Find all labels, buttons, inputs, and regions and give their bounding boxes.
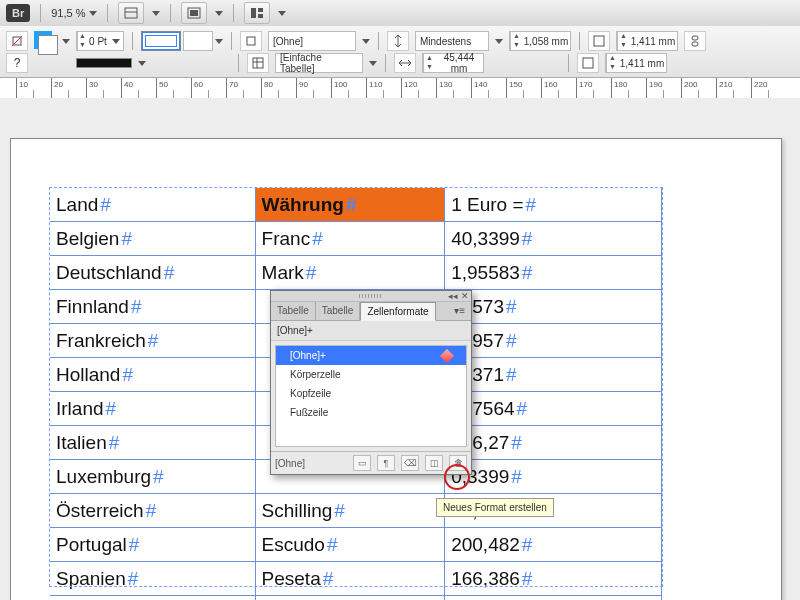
- zoom-dropdown[interactable]: 91,5 %: [51, 7, 97, 19]
- footer-label: [Ohne]: [275, 458, 347, 469]
- format-list[interactable]: [Ohne]+KörperzelleKopfzeileFußzeile: [275, 345, 467, 447]
- table-cell[interactable]: Escudo#: [256, 528, 446, 561]
- chevron-down-icon: [215, 39, 223, 44]
- table-cell[interactable]: 1 Euro =#: [445, 188, 662, 221]
- table-cell[interactable]: Land#: [50, 188, 256, 221]
- selection-icon[interactable]: [6, 31, 28, 51]
- row-height-mode[interactable]: Mindestens: [415, 31, 489, 51]
- ruler-tick: 180: [611, 78, 612, 98]
- table-cell[interactable]: 166,386#: [445, 562, 662, 595]
- table-cell[interactable]: 94573#: [445, 290, 662, 323]
- ruler-tick: 80: [261, 78, 262, 98]
- table-cell[interactable]: 200,482#: [445, 528, 662, 561]
- table-row: ###: [50, 596, 662, 600]
- ruler-tick: 90: [296, 78, 297, 98]
- cell-style-dropdown[interactable]: [Ohne]: [268, 31, 356, 51]
- svg-rect-11: [594, 36, 604, 46]
- new-group-icon[interactable]: ▭: [353, 455, 371, 471]
- table-cell[interactable]: Irland#: [50, 392, 256, 425]
- chevron-down-icon[interactable]: [152, 11, 160, 16]
- table-cell[interactable]: 40,3399#: [445, 222, 662, 255]
- divider: [385, 54, 386, 72]
- table-cell[interactable]: Franc#: [256, 222, 446, 255]
- table-cell[interactable]: Schilling#: [256, 494, 446, 527]
- cell-formats-panel[interactable]: ◂◂ ✕ Tabelle Tabelle Zellenformate ▾≡ [O…: [270, 290, 472, 475]
- step-up-icon[interactable]: ▲: [77, 32, 87, 41]
- arrange-button[interactable]: [244, 2, 270, 24]
- link-icon[interactable]: [684, 31, 706, 51]
- trash-icon[interactable]: 🗑: [449, 455, 467, 471]
- collapse-icon[interactable]: ◂◂ ✕: [448, 291, 469, 301]
- new-format-icon[interactable]: ◫: [425, 455, 443, 471]
- table-cell[interactable]: 036,27#: [445, 426, 662, 459]
- format-list-item[interactable]: Körperzelle: [276, 365, 466, 384]
- format-list-item[interactable]: Fußzeile: [276, 403, 466, 422]
- divider: [40, 4, 41, 22]
- tab-tabelle-1[interactable]: Tabelle: [271, 302, 316, 320]
- table-cell[interactable]: Finnland#: [50, 290, 256, 323]
- panel-tabs: Tabelle Tabelle Zellenformate ▾≡: [271, 302, 471, 321]
- table-cell[interactable]: Italien#: [50, 426, 256, 459]
- horizontal-ruler: 1020304050607080901001101201301401501601…: [0, 78, 800, 99]
- table-cell[interactable]: #: [256, 596, 446, 600]
- table-cell[interactable]: 20371#: [445, 358, 662, 391]
- step-down-icon[interactable]: ▼: [77, 41, 87, 50]
- help-icon[interactable]: ?: [6, 53, 28, 73]
- ruler-tick: 20: [51, 78, 52, 98]
- row-height-field[interactable]: ▲▼1,058 mm: [509, 31, 571, 51]
- chevron-down-icon[interactable]: [495, 39, 503, 44]
- table-cell[interactable]: Mark#: [256, 256, 446, 289]
- divider: [233, 4, 234, 22]
- bridge-badge[interactable]: Br: [6, 4, 30, 22]
- svg-rect-4: [251, 8, 256, 18]
- table-cell[interactable]: Spanien#: [50, 562, 256, 595]
- panel-menu-icon[interactable]: ▾≡: [448, 302, 471, 320]
- table-cell[interactable]: Währung#: [256, 188, 446, 221]
- ruler-tick: 50: [156, 78, 157, 98]
- table-cell[interactable]: Holland#: [50, 358, 256, 391]
- table-cell[interactable]: 1,95583#: [445, 256, 662, 289]
- format-list-item[interactable]: Kopfzeile: [276, 384, 466, 403]
- table-row: Belgien#Franc#40,3399#: [50, 222, 662, 256]
- inset-bottom-field[interactable]: ▲▼1,411 mm: [605, 53, 667, 73]
- chevron-down-icon[interactable]: [215, 11, 223, 16]
- table-cell[interactable]: Peseta#: [256, 562, 446, 595]
- stroke-weight-field[interactable]: ▲▼ 0 Pt: [76, 31, 124, 51]
- border-style-dropdown[interactable]: [141, 31, 223, 51]
- tab-tabelle-2[interactable]: Tabelle: [316, 302, 361, 320]
- screen-mode-button[interactable]: [181, 2, 207, 24]
- table-cell[interactable]: 787564#: [445, 392, 662, 425]
- table-cell[interactable]: 55957#: [445, 324, 662, 357]
- chevron-down-icon[interactable]: [278, 11, 286, 16]
- table-cell[interactable]: Portugal#: [50, 528, 256, 561]
- view-options-button[interactable]: [118, 2, 144, 24]
- style-icon[interactable]: ¶: [377, 455, 395, 471]
- format-list-item[interactable]: [Ohne]+: [276, 346, 466, 365]
- ruler-tick: 110: [366, 78, 367, 98]
- table-cell[interactable]: 0,3399#: [445, 460, 662, 493]
- tab-zellenformate[interactable]: Zellenformate: [360, 302, 435, 321]
- clear-override-icon[interactable]: ⌫: [401, 455, 419, 471]
- chevron-down-icon[interactable]: [62, 39, 70, 44]
- chevron-down-icon[interactable]: [369, 61, 377, 66]
- table-cell[interactable]: Frankreich#: [50, 324, 256, 357]
- table-cell[interactable]: Luxemburg#: [50, 460, 256, 493]
- fill-swatch[interactable]: [34, 31, 56, 51]
- table-cell[interactable]: Österreich#: [50, 494, 256, 527]
- divider: [378, 32, 379, 50]
- inset-top-field[interactable]: ▲▼1,411 mm: [616, 31, 678, 51]
- svg-rect-13: [692, 42, 698, 46]
- table-cell[interactable]: #: [445, 596, 662, 600]
- chevron-down-icon[interactable]: [138, 61, 146, 66]
- svg-rect-0: [125, 8, 137, 18]
- table-cell[interactable]: #: [50, 596, 256, 600]
- divider: [132, 32, 133, 50]
- panel-dragbar[interactable]: ◂◂ ✕: [271, 291, 471, 302]
- chevron-down-icon[interactable]: [362, 39, 370, 44]
- chevron-down-icon[interactable]: [112, 39, 120, 44]
- table-style-dropdown[interactable]: [Einfache Tabelle]: [275, 53, 363, 73]
- col-width-field[interactable]: ▲▼45,444 mm: [422, 53, 484, 73]
- table-cell[interactable]: Belgien#: [50, 222, 256, 255]
- stroke-preview[interactable]: [76, 58, 132, 68]
- table-cell[interactable]: Deutschland#: [50, 256, 256, 289]
